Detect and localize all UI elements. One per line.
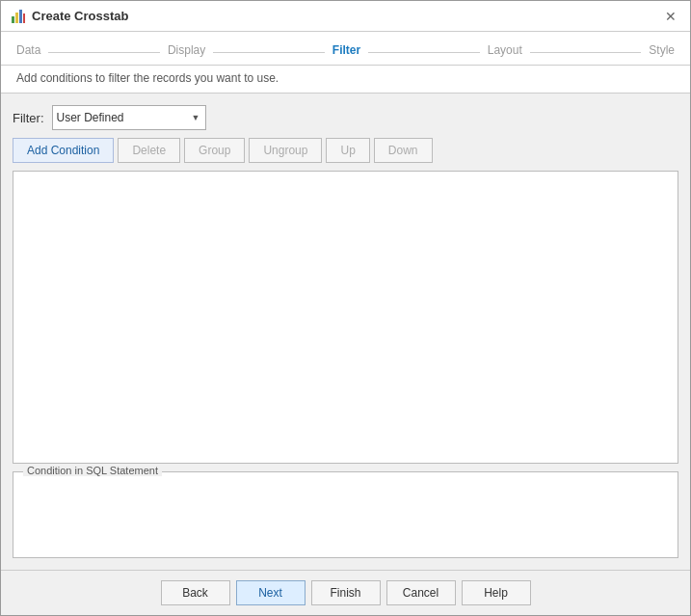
- wizard-tabs: Data Display Filter Layout Style: [1, 32, 690, 66]
- down-button[interactable]: Down: [374, 138, 433, 163]
- filter-select-wrapper: User Defined None Custom: [52, 105, 206, 130]
- svg-rect-2: [19, 10, 22, 23]
- tab-separator-3: [368, 52, 480, 53]
- tab-separator-2: [213, 52, 325, 53]
- tab-separator-4: [530, 52, 642, 53]
- conditions-panel: [13, 171, 678, 464]
- svg-rect-3: [23, 13, 25, 23]
- up-button[interactable]: Up: [326, 138, 369, 163]
- subtitle-text: Add conditions to filter the records you…: [1, 66, 690, 94]
- tab-filter[interactable]: Filter: [332, 40, 360, 65]
- delete-button[interactable]: Delete: [118, 138, 180, 163]
- title-bar-left: Create Crosstab: [11, 9, 128, 24]
- content-area: Filter: User Defined None Custom Add Con…: [1, 94, 690, 570]
- tab-data[interactable]: Data: [16, 40, 40, 65]
- window-title: Create Crosstab: [32, 9, 128, 23]
- filter-label: Filter:: [13, 111, 44, 125]
- tab-display[interactable]: Display: [168, 40, 205, 65]
- tab-layout[interactable]: Layout: [488, 40, 522, 65]
- sql-panel: Condition in SQL Statement: [13, 471, 678, 558]
- tab-separator-1: [48, 52, 160, 53]
- next-button[interactable]: Next: [236, 580, 306, 605]
- title-bar: Create Crosstab ✕: [1, 1, 690, 32]
- group-button[interactable]: Group: [184, 138, 245, 163]
- cancel-button[interactable]: Cancel: [386, 580, 456, 605]
- filter-row: Filter: User Defined None Custom: [13, 105, 678, 130]
- conditions-toolbar: Add Condition Delete Group Ungroup Up Do…: [13, 138, 678, 163]
- ungroup-button[interactable]: Ungroup: [249, 138, 322, 163]
- back-button[interactable]: Back: [161, 580, 230, 605]
- finish-button[interactable]: Finish: [311, 580, 381, 605]
- app-icon: [11, 9, 26, 24]
- tab-style[interactable]: Style: [649, 40, 675, 65]
- footer: Back Next Finish Cancel Help: [1, 570, 690, 615]
- filter-select[interactable]: User Defined None Custom: [52, 105, 206, 130]
- close-button[interactable]: ✕: [661, 8, 680, 25]
- help-button[interactable]: Help: [462, 580, 531, 605]
- sql-panel-label: Condition in SQL Statement: [23, 465, 162, 476]
- svg-rect-0: [12, 16, 14, 23]
- main-window: Create Crosstab ✕ Data Display Filter La…: [0, 0, 691, 616]
- add-condition-button[interactable]: Add Condition: [13, 138, 114, 163]
- svg-rect-1: [15, 13, 18, 23]
